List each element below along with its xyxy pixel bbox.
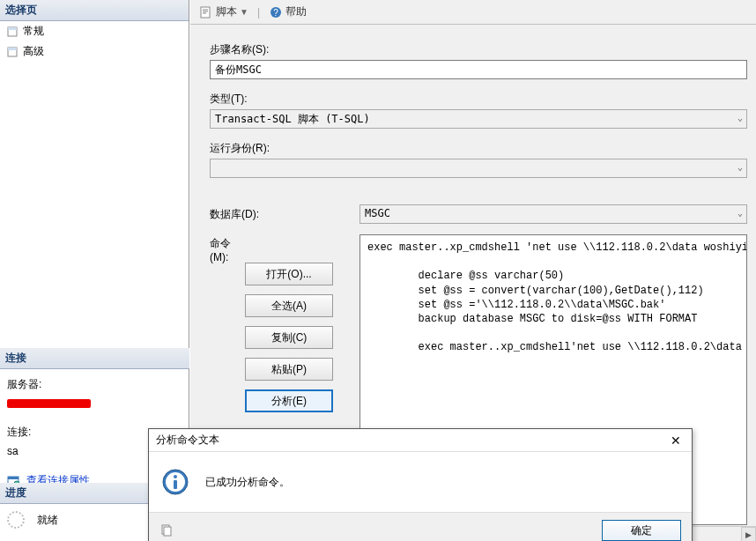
dropdown-icon: ▼ xyxy=(240,7,248,17)
tree-item-label: 高级 xyxy=(23,44,44,59)
dialog-message: 已成功分析命令。 xyxy=(205,475,290,490)
info-icon xyxy=(161,468,189,496)
svg-point-12 xyxy=(174,475,177,478)
svg-rect-5 xyxy=(8,477,19,479)
server-value-redacted xyxy=(7,399,91,408)
help-label: 帮助 xyxy=(285,4,307,19)
parse-button[interactable]: 分析(E) xyxy=(245,389,333,412)
step-name-input[interactable] xyxy=(210,60,747,79)
scroll-right-button[interactable]: ▶ xyxy=(741,527,756,541)
ok-button[interactable]: 确定 xyxy=(602,520,681,541)
tree-item-general[interactable]: 常规 xyxy=(0,21,189,41)
progress-status: 就绪 xyxy=(37,513,58,528)
database-value: MSGC xyxy=(365,207,390,219)
database-select[interactable]: MSGC ⌄ xyxy=(359,204,747,224)
close-icon[interactable]: ✕ xyxy=(667,434,685,448)
help-button[interactable]: ? 帮助 xyxy=(269,4,307,19)
svg-rect-15 xyxy=(164,527,171,536)
page-icon xyxy=(7,47,19,57)
page-icon xyxy=(7,26,19,37)
chevron-down-icon: ⌄ xyxy=(737,208,743,218)
copy-message-icon[interactable] xyxy=(159,523,174,537)
parse-result-dialog: 分析命令文本 ✕ 已成功分析命令。 确定 xyxy=(148,428,693,541)
toolbar: 脚本 ▼ | ? 帮助 xyxy=(190,0,756,25)
chevron-down-icon: ⌄ xyxy=(737,162,743,172)
server-label: 服务器: xyxy=(7,374,182,395)
select-page-header: 选择页 xyxy=(0,0,189,21)
dialog-title: 分析命令文本 xyxy=(156,433,219,448)
spinner-icon xyxy=(7,511,25,529)
tree-item-label: 常规 xyxy=(23,24,44,39)
open-button[interactable]: 打开(O)... xyxy=(245,263,333,285)
type-label: 类型(T): xyxy=(210,92,747,107)
runas-label: 运行身份(R): xyxy=(210,141,747,156)
help-icon: ? xyxy=(269,5,283,19)
type-value: Transact-SQL 脚本 (T-SQL) xyxy=(215,113,370,125)
script-label: 脚本 xyxy=(216,4,237,19)
runas-select[interactable]: ⌄ xyxy=(210,159,747,178)
svg-rect-7 xyxy=(201,7,210,18)
step-name-label: 步骤名称(S): xyxy=(210,42,747,57)
type-select[interactable]: Transact-SQL 脚本 (T-SQL) ⌄ xyxy=(210,109,747,129)
chevron-down-icon: ⌄ xyxy=(737,113,743,122)
svg-text:?: ? xyxy=(273,8,278,18)
svg-rect-3 xyxy=(8,48,17,50)
connection-header: 连接 xyxy=(0,348,189,369)
database-label: 数据库(D): xyxy=(210,207,359,222)
paste-button[interactable]: 粘贴(P) xyxy=(245,358,333,381)
svg-rect-1 xyxy=(8,27,17,30)
tree-item-advanced[interactable]: 高级 xyxy=(0,41,189,62)
copy-button[interactable]: 复制(C) xyxy=(245,326,333,349)
command-label: 命令(M): xyxy=(210,234,245,263)
svg-rect-13 xyxy=(174,480,177,489)
separator: | xyxy=(257,6,260,19)
select-all-button[interactable]: 全选(A) xyxy=(245,294,333,317)
script-button[interactable]: 脚本 ▼ xyxy=(199,4,248,19)
script-icon xyxy=(199,5,213,19)
